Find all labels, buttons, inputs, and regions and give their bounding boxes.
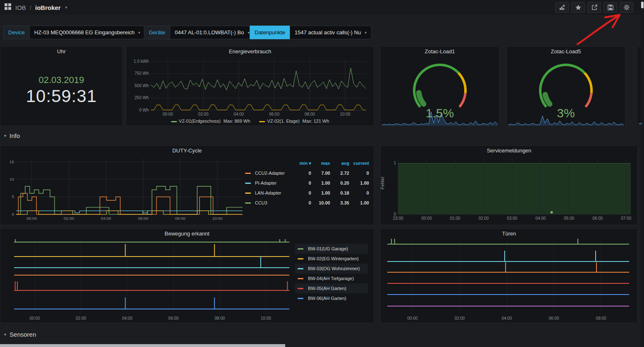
panel-title[interactable]: Zotac-Load1 [381, 47, 499, 57]
duty-legend-value-avg: 0.18 [330, 190, 349, 195]
svg-text:02:00: 02:00 [454, 316, 465, 321]
bewegung-legend-item[interactable]: BW-05(AH Garten) [295, 283, 368, 293]
legend-series-name[interactable]: VZ-01(Erdgeschoss) [179, 119, 221, 124]
legend-item[interactable]: LAN-Adapter [245, 190, 294, 195]
svg-text:06:00: 06:00 [592, 216, 603, 221]
variable-device-label: Device [3, 26, 29, 39]
svg-text:04:00: 04:00 [234, 112, 244, 116]
duty-legend-header-current[interactable]: current [349, 161, 369, 166]
svg-text:06:00: 06:00 [549, 316, 559, 321]
variable-filter-row: Device HZ-03 MEQ0006668 EG Eingangsberei… [0, 26, 644, 40]
legend-color-dash [245, 173, 251, 174]
legend-color-dash [298, 268, 303, 269]
duty-legend-header-max[interactable]: max [311, 161, 330, 166]
duty-legend-value-max: 1.00 [311, 190, 330, 195]
top-navbar: IOB / ioBroker ▾ [0, 0, 644, 15]
chevron-down-icon: ▾ [4, 133, 6, 138]
duty-cycle-chart[interactable]: 15105000:0002:0004:0006:0008:0010:00 [4, 156, 245, 223]
variable-device-dropdown[interactable]: HZ-03 MEQ0006668 EG Eingangsbereich ▾ [29, 26, 145, 39]
legend-series-name[interactable]: CCU3 [255, 200, 267, 205]
svg-text:08:00: 08:00 [305, 112, 315, 116]
gear-icon [623, 4, 630, 11]
panel-uhr: Uhr 02.03.2019 10:59:31 [0, 46, 123, 126]
panel-duty-cycle: DUTY-Cycle 15105000:0002:0004:0006:0008:… [0, 145, 374, 225]
star-button[interactable] [571, 2, 585, 13]
section-label[interactable]: Info [10, 132, 20, 139]
svg-text:08:00: 08:00 [215, 316, 225, 321]
grafana-dashboard: IOB / ioBroker ▾ [0, 0, 644, 347]
breadcrumb-separator: / [30, 4, 31, 11]
share-button[interactable] [587, 2, 601, 13]
duty-legend-value-avg: 3.35 [330, 200, 349, 205]
panel-title[interactable]: Zotac-Load5 [507, 47, 625, 57]
panel-zotac-load5: Zotac-Load5 3% [506, 46, 625, 126]
svg-text:06:00: 06:00 [168, 316, 179, 321]
bewegung-legend-item[interactable]: BW-01(UG Garage) [295, 244, 368, 254]
svg-text:10: 10 [10, 177, 14, 181]
bewegung-legend-item[interactable]: BW-02(EG Wintergarten) [295, 254, 368, 264]
duty-legend-value-max: 1.00 [311, 181, 330, 185]
energie-chart[interactable]: 1.0 kWh750 Wh500 Wh250 Wh0 Wh00:0002:000… [129, 57, 371, 119]
section-row-info[interactable]: ▾ Info [0, 129, 644, 142]
panel-title[interactable]: Bewegung erkannt [0, 229, 374, 239]
legend-item[interactable]: VZ-02(1. Etage)Max: 121 Wh [259, 119, 329, 124]
variable-datenpunkte-label: Datenpunkte [250, 26, 290, 39]
variable-geraete-dropdown[interactable]: 0447 AL-01:0.LOWBAT(-) Bo ▾ [170, 26, 255, 39]
legend-item[interactable]: PI-Adapter [245, 181, 294, 185]
panel-title[interactable]: Servicemeldungen [381, 146, 637, 156]
panel-bewegung-erkannt: Bewegung erkannt 00:0002:0004:0006:0008:… [0, 228, 374, 323]
bewegung-legend-item[interactable]: BW-03(OG Wohnzimmer) [295, 264, 368, 273]
legend-series-name: BW-06(AH Garten) [308, 296, 346, 301]
gauge-wrap: 3% [507, 57, 625, 126]
panel-title[interactable]: Uhr [0, 47, 122, 57]
svg-text:01:00: 01:00 [450, 216, 460, 221]
section-label[interactable]: Sensoren [10, 331, 36, 338]
svg-text:00:00: 00:00 [407, 316, 417, 321]
panel-title[interactable]: Türen [381, 229, 637, 239]
settings-button[interactable] [620, 2, 633, 13]
svg-text:02:00: 02:00 [198, 112, 208, 116]
dashboard-dropdown-caret[interactable]: ▾ [65, 5, 67, 10]
breadcrumb-folder[interactable]: IOB [15, 4, 26, 11]
bewegung-legend-item[interactable]: BW-06(AH Garten) [295, 293, 368, 303]
section-row-sensoren[interactable]: ▾ Sensoren [0, 328, 644, 340]
bewegung-chart[interactable]: 00:0002:0004:0006:0008:0010:00 [4, 239, 295, 321]
legend-color-dash [245, 193, 251, 194]
svg-text:08:00: 08:00 [175, 216, 186, 221]
servicemeldungen-chart[interactable]: 1023:0000:0001:0002:0003:0004:0005:0006:… [384, 156, 635, 223]
legend-item[interactable]: VZ-01(Erdgeschoss)Max: 869 Wh [171, 119, 250, 124]
legend-item[interactable]: CCU3 [245, 200, 294, 205]
save-button[interactable] [603, 2, 617, 13]
duty-legend-value-min: 0 [294, 181, 311, 185]
tueren-chart[interactable]: 00:0002:0004:0006:0008:00 [384, 239, 635, 321]
legend-color-dash [171, 121, 177, 122]
svg-text:00:00: 00:00 [163, 112, 173, 116]
svg-text:02:00: 02:00 [478, 216, 489, 221]
duty-legend-row: LAN-Adapter01.000.180 [245, 188, 370, 198]
svg-text:06:00: 06:00 [269, 112, 279, 116]
legend-series-name[interactable]: VZ-02(1. Etage) [267, 119, 299, 124]
legend-series-name[interactable]: LAN-Adapter [255, 190, 281, 195]
scrollbar-thumb[interactable] [641, 2, 644, 8]
bewegung-legend-item[interactable]: BW-04(AH Tiefgarage) [295, 273, 368, 283]
add-panel-button[interactable] [555, 2, 569, 13]
vertical-scrollbar[interactable] [641, 0, 644, 347]
panel-title[interactable]: DUTY-Cycle [0, 146, 374, 156]
duty-legend-value-max: 10.00 [311, 200, 330, 205]
duty-legend-row: CCU2-Adapter07.002.720 [245, 168, 370, 178]
legend-series-name[interactable]: CCU2-Adapter [255, 171, 285, 176]
legend-series-name: BW-02(EG Wintergarten) [308, 256, 359, 261]
apps-grid-icon[interactable] [4, 3, 12, 12]
duty-legend-header-avg[interactable]: avg [330, 161, 349, 166]
panel-tueren: Türen 00:0002:0004:0006:0008:00 [380, 228, 638, 323]
legend-series-name[interactable]: PI-Adapter [255, 181, 277, 185]
legend-item[interactable]: CCU2-Adapter [245, 171, 294, 176]
dashboard-title[interactable]: ioBroker [35, 4, 61, 11]
svg-text:23:00: 23:00 [393, 216, 403, 221]
duty-legend-header-min[interactable]: min ▾ [294, 161, 311, 166]
variable-datenpunkte-dropdown[interactable]: 1547 actual activ calls(-) Nu ▾ [290, 26, 372, 39]
svg-text:00:00: 00:00 [29, 316, 40, 321]
panel-title[interactable]: Energieverbrauch [126, 47, 374, 57]
legend-color-dash [245, 202, 251, 204]
duty-legend-value-min: 0 [294, 190, 311, 195]
